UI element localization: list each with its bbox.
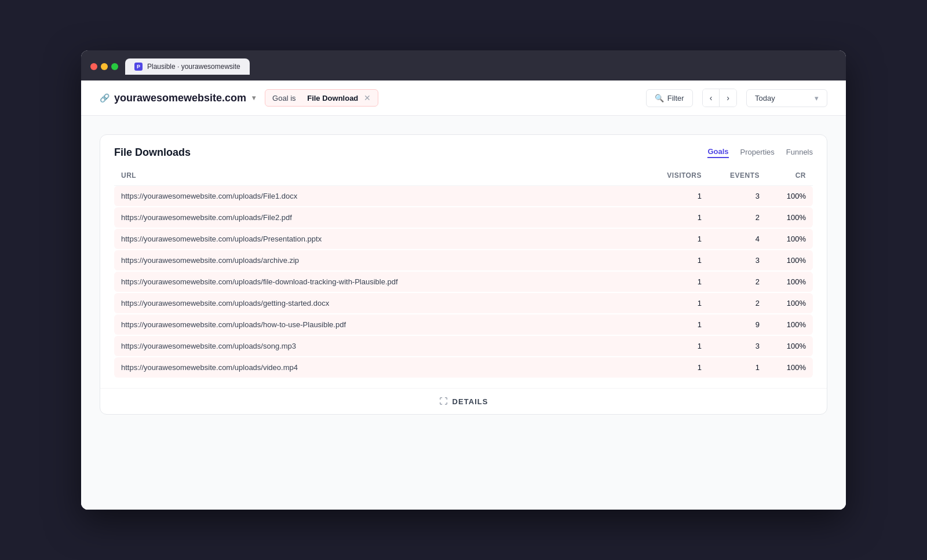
cell-url: https://yourawesomewebsite.com/uploads/f… bbox=[121, 277, 644, 286]
filter-value: File Download bbox=[307, 94, 358, 103]
table-header-row: url Visitors Events CR bbox=[114, 166, 813, 186]
details-label: DETAILS bbox=[452, 397, 488, 406]
filter-close-icon[interactable]: ✕ bbox=[364, 93, 371, 103]
site-selector[interactable]: 🔗 yourawesomewebsite.com ▾ bbox=[100, 92, 256, 104]
cell-events: 2 bbox=[702, 213, 760, 222]
table-row[interactable]: https://yourawesomewebsite.com/uploads/a… bbox=[114, 250, 813, 270]
browser-window: P Plausible · yourawesomewsite 🔗 yourawe… bbox=[81, 50, 846, 510]
col-header-events: Events bbox=[702, 171, 760, 180]
tab-title: Plausible · yourawesomewsite bbox=[147, 63, 240, 71]
tab-goals[interactable]: Goals bbox=[707, 147, 728, 158]
table-row[interactable]: https://yourawesomewebsite.com/uploads/f… bbox=[114, 272, 813, 292]
browser-content: 🔗 yourawesomewebsite.com ▾ Goal is File … bbox=[81, 80, 846, 510]
table-body: https://yourawesomewebsite.com/uploads/F… bbox=[114, 186, 813, 378]
cell-events: 3 bbox=[702, 342, 760, 350]
filter-prefix: Goal is bbox=[272, 94, 295, 103]
cell-events: 2 bbox=[702, 277, 760, 286]
table-row[interactable]: https://yourawesomewebsite.com/uploads/h… bbox=[114, 314, 813, 335]
cell-cr: 100% bbox=[760, 213, 806, 222]
close-button[interactable] bbox=[90, 63, 97, 70]
site-name: yourawesomewebsite.com bbox=[114, 92, 246, 104]
cell-cr: 100% bbox=[760, 320, 806, 329]
browser-top-bar: P Plausible · yourawesomewsite bbox=[90, 58, 837, 75]
table-row[interactable]: https://yourawesomewebsite.com/uploads/g… bbox=[114, 293, 813, 313]
cell-cr: 100% bbox=[760, 277, 806, 286]
maximize-button[interactable] bbox=[111, 63, 118, 70]
date-picker[interactable]: Today ▾ bbox=[746, 89, 827, 107]
col-header-visitors: Visitors bbox=[644, 171, 702, 180]
panel-tabs: Goals Properties Funnels bbox=[707, 147, 813, 158]
cell-cr: 100% bbox=[760, 235, 806, 243]
tab-favicon: P bbox=[134, 63, 143, 71]
cell-events: 3 bbox=[702, 256, 760, 265]
table-container: url Visitors Events CR https://youraweso… bbox=[100, 159, 827, 388]
toolbar: 🔗 yourawesomewebsite.com ▾ Goal is File … bbox=[81, 80, 846, 116]
cell-url: https://yourawesomewebsite.com/uploads/v… bbox=[121, 363, 644, 372]
tab-properties[interactable]: Properties bbox=[740, 148, 775, 158]
cell-url: https://yourawesomewebsite.com/uploads/h… bbox=[121, 320, 644, 329]
details-expand-icon: ⛶ bbox=[439, 397, 448, 406]
nav-buttons: ‹ › bbox=[702, 89, 737, 107]
cell-url: https://yourawesomewebsite.com/uploads/F… bbox=[121, 213, 644, 222]
cell-visitors: 1 bbox=[644, 192, 702, 200]
date-chevron-icon: ▾ bbox=[815, 94, 819, 103]
cell-url: https://yourawesomewebsite.com/uploads/a… bbox=[121, 256, 644, 265]
cell-cr: 100% bbox=[760, 256, 806, 265]
table-row[interactable]: https://yourawesomewebsite.com/uploads/F… bbox=[114, 207, 813, 228]
panel-title: File Downloads bbox=[114, 147, 191, 159]
cell-events: 9 bbox=[702, 320, 760, 329]
cell-visitors: 1 bbox=[644, 235, 702, 243]
minimize-button[interactable] bbox=[101, 63, 108, 70]
browser-tabs: P Plausible · yourawesomewsite bbox=[125, 58, 250, 75]
traffic-lights bbox=[90, 63, 118, 70]
cell-events: 2 bbox=[702, 299, 760, 308]
cell-events: 3 bbox=[702, 192, 760, 200]
link-icon: 🔗 bbox=[100, 93, 110, 103]
table-row[interactable]: https://yourawesomewebsite.com/uploads/s… bbox=[114, 336, 813, 356]
cell-events: 1 bbox=[702, 363, 760, 372]
cell-visitors: 1 bbox=[644, 213, 702, 222]
cell-cr: 100% bbox=[760, 299, 806, 308]
details-button[interactable]: ⛶ DETAILS bbox=[100, 388, 827, 414]
browser-chrome: P Plausible · yourawesomewsite bbox=[81, 50, 846, 80]
date-label: Today bbox=[755, 94, 775, 103]
table-row[interactable]: https://yourawesomewebsite.com/uploads/P… bbox=[114, 229, 813, 249]
cell-visitors: 1 bbox=[644, 256, 702, 265]
cell-visitors: 1 bbox=[644, 363, 702, 372]
active-tab[interactable]: P Plausible · yourawesomewsite bbox=[125, 58, 250, 75]
col-header-url: url bbox=[121, 171, 644, 180]
filter-button-label: Filter bbox=[667, 94, 684, 103]
table-row[interactable]: https://yourawesomewebsite.com/uploads/v… bbox=[114, 357, 813, 378]
cell-url: https://yourawesomewebsite.com/uploads/s… bbox=[121, 342, 644, 350]
cell-cr: 100% bbox=[760, 192, 806, 200]
main-content: File Downloads Goals Properties Funnels … bbox=[81, 116, 846, 510]
cell-visitors: 1 bbox=[644, 299, 702, 308]
chevron-down-icon: ▾ bbox=[252, 94, 256, 102]
cell-cr: 100% bbox=[760, 342, 806, 350]
tab-funnels[interactable]: Funnels bbox=[786, 148, 813, 158]
filter-pill[interactable]: Goal is File Download ✕ bbox=[265, 89, 378, 107]
cell-url: https://yourawesomewebsite.com/uploads/F… bbox=[121, 192, 644, 200]
cell-visitors: 1 bbox=[644, 277, 702, 286]
panel-header: File Downloads Goals Properties Funnels bbox=[100, 135, 827, 159]
cell-cr: 100% bbox=[760, 363, 806, 372]
search-icon: 🔍 bbox=[655, 94, 664, 103]
nav-prev-button[interactable]: ‹ bbox=[703, 89, 720, 107]
cell-events: 4 bbox=[702, 235, 760, 243]
cell-visitors: 1 bbox=[644, 320, 702, 329]
col-header-cr: CR bbox=[760, 171, 806, 180]
cell-url: https://yourawesomewebsite.com/uploads/g… bbox=[121, 299, 644, 308]
filter-button[interactable]: 🔍 Filter bbox=[646, 89, 693, 107]
panel: File Downloads Goals Properties Funnels … bbox=[100, 134, 827, 415]
nav-next-button[interactable]: › bbox=[720, 89, 736, 107]
cell-url: https://yourawesomewebsite.com/uploads/P… bbox=[121, 235, 644, 243]
table-row[interactable]: https://yourawesomewebsite.com/uploads/F… bbox=[114, 186, 813, 206]
cell-visitors: 1 bbox=[644, 342, 702, 350]
